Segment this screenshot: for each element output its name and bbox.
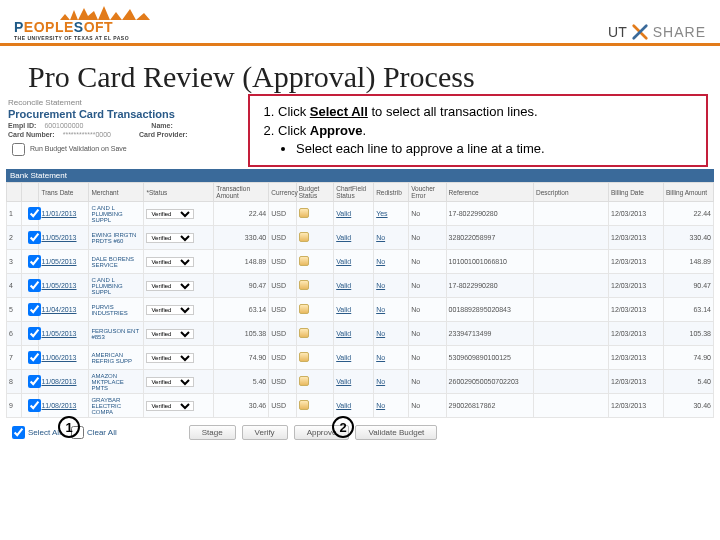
row-redistrib[interactable]: Yes — [374, 202, 409, 226]
budget-status-icon[interactable] — [299, 328, 309, 338]
row-checkbox[interactable] — [28, 279, 41, 292]
row-merchant[interactable]: AMERICAN REFRIG SUPP — [89, 346, 144, 370]
row-checkbox[interactable] — [28, 327, 41, 340]
row-status-select[interactable]: Verified — [146, 401, 194, 411]
col-chartfield[interactable]: ChartField Status — [334, 183, 374, 202]
col-budget[interactable]: Budget Status — [296, 183, 333, 202]
row-redistrib[interactable]: No — [374, 298, 409, 322]
row-merchant[interactable]: AMAZON MKTPLACE PMTS — [89, 370, 144, 394]
row-redistrib[interactable]: No — [374, 322, 409, 346]
row-chartfield[interactable]: Valid — [334, 346, 374, 370]
row-trans-date[interactable]: 11/01/2013 — [39, 202, 89, 226]
row-checkbox[interactable] — [28, 399, 41, 412]
validate-budget-button[interactable]: Validate Budget — [355, 425, 437, 440]
row-trans-date[interactable]: 11/05/2013 — [39, 274, 89, 298]
row-status-select[interactable]: Verified — [146, 305, 194, 315]
row-redistrib[interactable]: No — [374, 250, 409, 274]
row-checkbox[interactable] — [28, 375, 41, 388]
row-status-select[interactable]: Verified — [146, 377, 194, 387]
row-currency: USD — [269, 250, 296, 274]
budget-validation-checkbox[interactable] — [12, 143, 25, 156]
row-status-select[interactable]: Verified — [146, 257, 194, 267]
row-merchant[interactable]: GRAYBAR ELECTRIC COMPA — [89, 394, 144, 418]
budget-status-icon[interactable] — [299, 280, 309, 290]
col-billing-amt[interactable]: Billing Amount — [663, 183, 713, 202]
budget-status-icon[interactable] — [299, 376, 309, 386]
row-chartfield[interactable]: Valid — [334, 250, 374, 274]
row-checkbox-cell — [21, 226, 38, 250]
col-redistrib[interactable]: Redistrib — [374, 183, 409, 202]
row-chartfield[interactable]: Valid — [334, 298, 374, 322]
budget-status-icon[interactable] — [299, 256, 309, 266]
row-num: 6 — [7, 322, 22, 346]
col-voucher[interactable]: Voucher Error — [409, 183, 446, 202]
row-redistrib[interactable]: No — [374, 346, 409, 370]
row-trans-date[interactable]: 11/05/2013 — [39, 226, 89, 250]
row-status-select[interactable]: Verified — [146, 209, 194, 219]
row-trans-date[interactable]: 11/06/2013 — [39, 346, 89, 370]
row-trans-date[interactable]: 11/05/2013 — [39, 322, 89, 346]
select-all-checkbox[interactable] — [12, 426, 25, 439]
row-currency: USD — [269, 202, 296, 226]
budget-status-icon[interactable] — [299, 232, 309, 242]
select-all-link[interactable]: Select All — [8, 423, 61, 442]
row-trans-date[interactable]: 11/04/2013 — [39, 298, 89, 322]
row-merchant[interactable]: FERGUSON ENT #853 — [89, 322, 144, 346]
row-chartfield[interactable]: Valid — [334, 394, 374, 418]
instruction-step-2-bullet: Select each line to approve a line at a … — [296, 140, 696, 158]
row-redistrib[interactable]: No — [374, 274, 409, 298]
row-trans-date[interactable]: 11/08/2013 — [39, 370, 89, 394]
col-description[interactable]: Description — [534, 183, 609, 202]
row-chartfield[interactable]: Valid — [334, 202, 374, 226]
row-redistrib[interactable]: No — [374, 226, 409, 250]
col-reference[interactable]: Reference — [446, 183, 533, 202]
row-status-cell: Verified — [144, 346, 214, 370]
col-billing-date[interactable]: Billing Date — [608, 183, 663, 202]
row-merchant[interactable]: EWING IRRGTN PRDTS #60 — [89, 226, 144, 250]
row-chartfield[interactable]: Valid — [334, 370, 374, 394]
col-trans-date[interactable]: Trans Date — [39, 183, 89, 202]
row-currency: USD — [269, 322, 296, 346]
row-status-select[interactable]: Verified — [146, 329, 194, 339]
row-checkbox-cell — [21, 394, 38, 418]
verify-button[interactable]: Verify — [242, 425, 288, 440]
col-merchant[interactable]: Merchant — [89, 183, 144, 202]
row-checkbox[interactable] — [28, 351, 41, 364]
row-merchant[interactable]: C AND L PLUMBING SUPPL — [89, 202, 144, 226]
row-merchant[interactable]: DALE BORENS SERVICE — [89, 250, 144, 274]
row-merchant[interactable]: C AND L PLUMBING SUPPL — [89, 274, 144, 298]
budget-status-icon[interactable] — [299, 304, 309, 314]
stage-button[interactable]: Stage — [189, 425, 236, 440]
row-status-cell: Verified — [144, 202, 214, 226]
row-redistrib[interactable]: No — [374, 370, 409, 394]
row-checkbox[interactable] — [28, 255, 41, 268]
row-merchant[interactable]: PURVIS INDUSTRIES — [89, 298, 144, 322]
col-status[interactable]: *Status — [144, 183, 214, 202]
row-currency: USD — [269, 226, 296, 250]
row-checkbox[interactable] — [28, 231, 41, 244]
transactions-table: Trans Date Merchant *Status Transaction … — [6, 182, 714, 418]
row-redistrib[interactable]: No — [374, 394, 409, 418]
row-status-select[interactable]: Verified — [146, 233, 194, 243]
row-chartfield[interactable]: Valid — [334, 322, 374, 346]
instruction-step-2: Click Approve. Select each line to appro… — [278, 122, 696, 158]
budget-status-icon[interactable] — [299, 208, 309, 218]
row-checkbox[interactable] — [28, 207, 41, 220]
emplid-label: Empl ID: — [8, 122, 36, 129]
row-trans-date[interactable]: 11/08/2013 — [39, 394, 89, 418]
col-currency[interactable]: Currency — [269, 183, 296, 202]
row-checkbox-cell — [21, 370, 38, 394]
row-trans-date[interactable]: 11/05/2013 — [39, 250, 89, 274]
logo-s: S — [74, 19, 84, 35]
budget-status-icon[interactable] — [299, 400, 309, 410]
row-checkbox[interactable] — [28, 303, 41, 316]
row-chartfield[interactable]: Valid — [334, 274, 374, 298]
col-amount[interactable]: Transaction Amount — [214, 183, 269, 202]
row-amount: 30.46 — [214, 394, 269, 418]
budget-status-icon[interactable] — [299, 352, 309, 362]
row-status-select[interactable]: Verified — [146, 353, 194, 363]
row-status-select[interactable]: Verified — [146, 281, 194, 291]
row-chartfield[interactable]: Valid — [334, 226, 374, 250]
row-currency: USD — [269, 298, 296, 322]
row-billing-date: 12/03/2013 — [608, 298, 663, 322]
